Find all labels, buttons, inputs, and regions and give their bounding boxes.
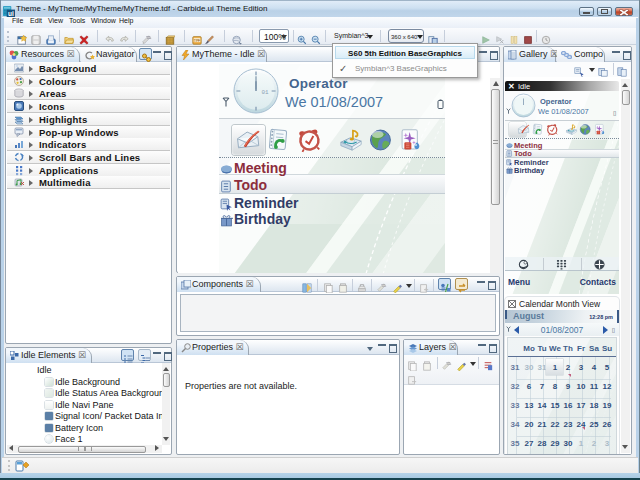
svg-text:01: 01 bbox=[261, 89, 269, 96]
svg-text:TPF: TPF bbox=[194, 39, 200, 43]
svg-text:ui: ui bbox=[8, 10, 14, 17]
